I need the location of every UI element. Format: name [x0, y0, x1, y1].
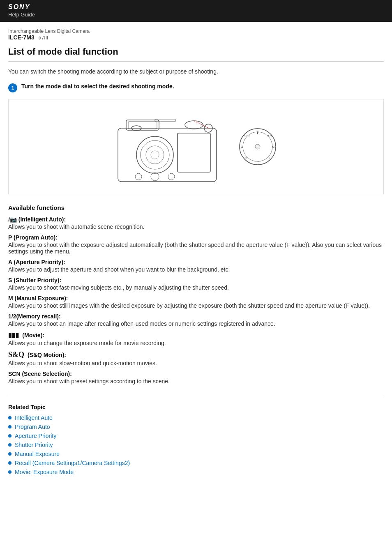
main-content: List of mode dial function You can switc…: [0, 42, 392, 486]
svg-point-11: [151, 173, 159, 181]
ia-icon: i: [8, 216, 10, 223]
function-p-label: P (Program Auto):: [8, 234, 384, 241]
brand-logo: SONY: [8, 3, 384, 11]
related-link-item: Program Auto: [8, 424, 384, 430]
link-aperture-priority[interactable]: Aperture Priority: [15, 433, 56, 439]
svg-text:SCN: SCN: [267, 134, 272, 137]
svg-point-7: [151, 151, 159, 159]
model-name: α7III: [39, 35, 48, 41]
function-scn-desc: Allows you to shoot with preset settings…: [8, 378, 384, 385]
related-link-item: Manual Exposure: [8, 451, 384, 457]
svg-line-10: [194, 121, 210, 129]
function-p-desc: Allows you to shoot with the exposure ad…: [8, 242, 384, 255]
function-sq-motion: S&Q (S&Q Motion): Allows you to shoot sl…: [8, 350, 384, 366]
svg-point-13: [168, 173, 175, 180]
breadcrumb-model: ILCE-7M3 α7III: [8, 34, 384, 41]
function-s-desc: Allows you to shoot fast-moving subjects…: [8, 284, 384, 291]
function-mr-desc: Allows you to shoot an image after recal…: [8, 320, 384, 327]
mode-dial-svg: S P A M AUTO SCN 1 2: [237, 126, 278, 167]
function-aperture-priority: A (Aperture Priority): Allows you to adj…: [8, 259, 384, 273]
function-manual-exposure: M (Manual Exposure): Allows you to shoot…: [8, 295, 384, 309]
function-scene-selection: SCN (Scene Selection): Allows you to sho…: [8, 371, 384, 385]
related-links-list: Intelligent Auto Program Auto Aperture P…: [8, 415, 384, 475]
intro-text: You can switch the shooting mode accordi…: [8, 68, 384, 75]
step-1-text: Turn the mode dial to select the desired…: [21, 83, 174, 90]
page-title: List of mode dial function: [8, 46, 384, 62]
camera-svg-area: S P A M AUTO SCN 1 2: [114, 108, 278, 186]
svg-text:2: 2: [245, 157, 247, 159]
function-movie: ▮▮▮ (Movie): Allows you to change the ex…: [8, 331, 384, 346]
svg-point-26: [255, 144, 260, 149]
svg-rect-0: [118, 128, 217, 182]
function-shutter-priority: S (Shutter Priority): Allows you to shoo…: [8, 277, 384, 291]
function-sq-label: S&Q (S&Q Motion):: [8, 350, 384, 359]
function-ia-label: i📷 (Intelligent Auto):: [8, 216, 384, 223]
header: SONY Help Guide: [0, 0, 392, 22]
related-topic-title: Related Topic: [8, 404, 384, 410]
link-program-auto[interactable]: Program Auto: [15, 424, 50, 430]
function-m-desc: Allows you to shoot still images with th…: [8, 302, 384, 309]
svg-text:A: A: [241, 146, 243, 149]
function-ia-desc: Allows you to shoot with automatic scene…: [8, 223, 384, 230]
related-link-item: Recall (Camera Settings1/Camera Settings…: [8, 460, 384, 466]
svg-text:1: 1: [268, 157, 270, 159]
related-link-item: Intelligent Auto: [8, 415, 384, 421]
function-scn-label: SCN (Scene Selection):: [8, 371, 384, 377]
link-movie-exposure[interactable]: Movie: Exposure Mode: [15, 469, 74, 475]
movie-icon: ▮▮▮: [8, 331, 19, 339]
related-link-item: Movie: Exposure Mode: [8, 469, 384, 475]
step-badge-1: 1: [8, 83, 17, 92]
svg-point-5: [141, 140, 169, 169]
model-id: ILCE-7M3: [8, 34, 35, 41]
function-movie-desc: Allows you to change the exposure mode f…: [8, 340, 384, 346]
function-mr-label: 1/2(Memory recall):: [8, 313, 384, 320]
function-s-label: S (Shutter Priority):: [8, 277, 384, 283]
step-1-container: 1 Turn the mode dial to select the desir…: [8, 83, 384, 92]
breadcrumb-area: Interchangeable Lens Digital Camera ILCE…: [0, 22, 392, 42]
function-movie-label: ▮▮▮ (Movie):: [8, 331, 384, 339]
link-shutter-priority[interactable]: Shutter Priority: [15, 442, 53, 448]
link-recall[interactable]: Recall (Camera Settings1/Camera Settings…: [15, 460, 130, 466]
function-program-auto: P (Program Auto): Allows you to shoot wi…: [8, 234, 384, 255]
function-memory-recall: 1/2(Memory recall): Allows you to shoot …: [8, 313, 384, 327]
function-intelligent-auto: i📷 (Intelligent Auto): Allows you to sho…: [8, 216, 384, 230]
svg-text:P: P: [257, 161, 259, 164]
svg-text:AUTO: AUTO: [243, 134, 250, 137]
related-link-item: Aperture Priority: [8, 433, 384, 439]
svg-point-12: [135, 173, 142, 180]
breadcrumb-device-type: Interchangeable Lens Digital Camera: [8, 28, 384, 34]
svg-point-2: [185, 121, 203, 129]
related-link-item: Shutter Priority: [8, 442, 384, 448]
function-m-label: M (Manual Exposure):: [8, 295, 384, 302]
header-subtitle: Help Guide: [8, 12, 384, 18]
link-intelligent-auto[interactable]: Intelligent Auto: [15, 415, 53, 421]
available-functions-title: Available functions: [8, 204, 384, 211]
related-topic-section: Related Topic Intelligent Auto Program A…: [8, 397, 384, 475]
link-manual-exposure[interactable]: Manual Exposure: [15, 451, 60, 457]
camera-illustration-box: S P A M AUTO SCN 1 2: [8, 99, 384, 194]
svg-rect-8: [178, 133, 210, 172]
svg-point-6: [146, 146, 164, 164]
sq-icon: S&Q: [8, 350, 24, 359]
function-sq-desc: Allows you to shoot slow-motion and quic…: [8, 360, 384, 366]
svg-point-4: [136, 136, 173, 173]
svg-text:M: M: [272, 146, 274, 149]
function-a-label: A (Aperture Priority):: [8, 259, 384, 265]
camera-body-svg: [114, 108, 229, 186]
function-a-desc: Allows you to adjust the aperture and sh…: [8, 266, 384, 273]
